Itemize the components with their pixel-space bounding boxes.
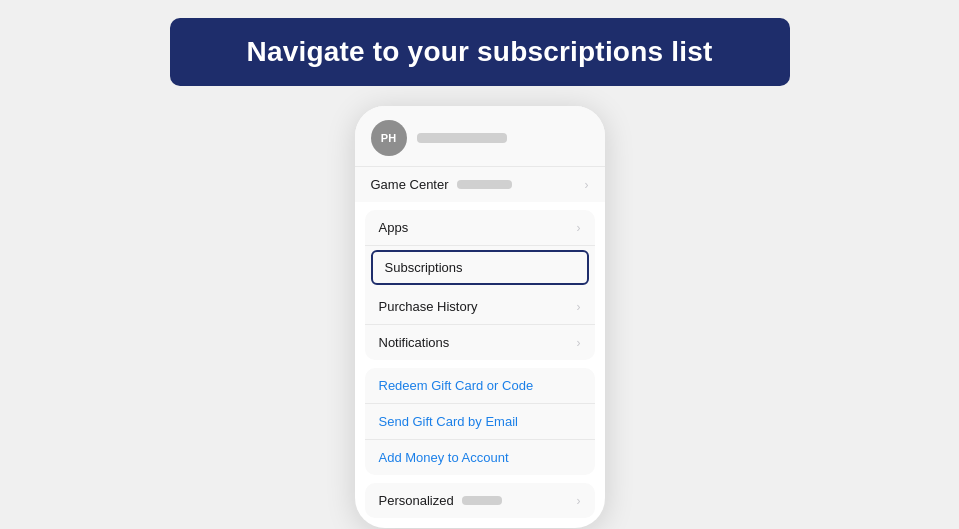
header-title: Navigate to your subscriptions list	[200, 36, 760, 68]
game-center-chevron: ›	[585, 178, 589, 192]
gift-card-section: Redeem Gift Card or Code Send Gift Card …	[365, 368, 595, 475]
header-banner: Navigate to your subscriptions list	[170, 18, 790, 86]
apps-section-card: Apps › Subscriptions Purchase History › …	[365, 210, 595, 360]
personalized-left: Personalized	[379, 493, 502, 508]
redeem-gift-label: Redeem Gift Card or Code	[379, 378, 534, 393]
add-money-row[interactable]: Add Money to Account	[365, 440, 595, 475]
account-name-blurred	[417, 133, 507, 143]
redeem-gift-row[interactable]: Redeem Gift Card or Code	[365, 368, 595, 404]
personalized-section: Personalized ›	[365, 483, 595, 518]
personalized-chevron: ›	[577, 494, 581, 508]
purchase-history-row[interactable]: Purchase History ›	[365, 289, 595, 325]
game-center-row[interactable]: Game Center ›	[355, 166, 605, 202]
purchase-history-chevron: ›	[577, 300, 581, 314]
phone-mockup: PH Game Center › Apps › Subscriptions	[355, 106, 605, 528]
personalized-row[interactable]: Personalized ›	[365, 483, 595, 518]
personalized-value-blurred	[462, 496, 502, 505]
subscriptions-label: Subscriptions	[385, 260, 463, 275]
subscriptions-row[interactable]: Subscriptions	[371, 250, 589, 285]
send-gift-row[interactable]: Send Gift Card by Email	[365, 404, 595, 440]
send-gift-label: Send Gift Card by Email	[379, 414, 518, 429]
account-row[interactable]: PH	[355, 106, 605, 166]
add-money-label: Add Money to Account	[379, 450, 509, 465]
apps-row[interactable]: Apps ›	[365, 210, 595, 246]
notifications-row[interactable]: Notifications ›	[365, 325, 595, 360]
apps-label: Apps	[379, 220, 409, 235]
avatar: PH	[371, 120, 407, 156]
game-center-left: Game Center	[371, 177, 512, 192]
phone-inner: PH Game Center › Apps › Subscriptions	[355, 106, 605, 528]
game-center-value-blurred	[457, 180, 512, 189]
personalized-label: Personalized	[379, 493, 454, 508]
notifications-chevron: ›	[577, 336, 581, 350]
game-center-label: Game Center	[371, 177, 449, 192]
purchase-history-label: Purchase History	[379, 299, 478, 314]
apps-chevron: ›	[577, 221, 581, 235]
notifications-label: Notifications	[379, 335, 450, 350]
